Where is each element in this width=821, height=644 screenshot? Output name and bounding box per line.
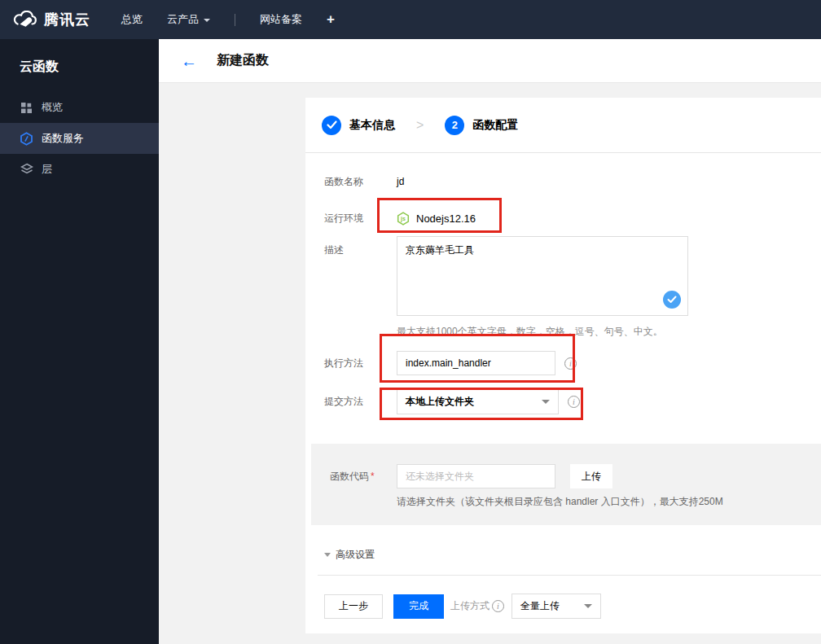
tencent-cloud-logo-icon — [13, 10, 37, 29]
page-title: 新建函数 — [217, 52, 269, 69]
advanced-settings-label: 高级设置 — [336, 548, 375, 562]
runtime-label: 运行环境 — [324, 212, 397, 226]
handler-input[interactable] — [397, 351, 555, 375]
description-field-wrap — [397, 236, 688, 316]
upload-mode-select[interactable]: 全量上传 — [511, 594, 601, 619]
sidebar-item-label: 函数服务 — [42, 131, 84, 146]
chevron-down-icon — [324, 553, 331, 557]
function-code-section: 函数代码* 上传 请选择文件夹（该文件夹根目录应包含 handler 入口文件）… — [311, 444, 821, 525]
topbar: 腾讯云 总览 云产品 网站备案 + — [0, 0, 821, 39]
page-header: ← 新建函数 — [159, 39, 821, 83]
finish-button[interactable]: 完成 — [393, 594, 444, 619]
form-row-submit-method: 提交方法 本地上传文件夹 i — [305, 389, 821, 414]
step-chevron-icon: > — [416, 118, 424, 133]
description-label: 描述 — [324, 236, 397, 257]
submit-method-select[interactable]: 本地上传文件夹 — [397, 389, 559, 414]
info-icon[interactable]: i — [568, 396, 580, 408]
brand[interactable]: 腾讯云 — [13, 10, 90, 29]
nav-add-button[interactable]: + — [327, 11, 335, 28]
form-row-description: 描述 — [305, 236, 821, 316]
brand-name: 腾讯云 — [44, 10, 90, 29]
name-label: 函数名称 — [324, 175, 397, 189]
back-arrow-icon[interactable]: ← — [181, 53, 197, 69]
function-hexagon-icon — [20, 132, 33, 146]
sidebar: 云函数 概览 函数服务 — [0, 39, 159, 644]
info-icon[interactable]: i — [564, 357, 577, 370]
valid-check-icon — [663, 291, 681, 309]
runtime-value: js Nodejs12.16 — [397, 212, 476, 226]
nav-overview[interactable]: 总览 — [121, 12, 143, 27]
nav-products[interactable]: 云产品 — [167, 12, 210, 27]
code-helper: 请选择文件夹（该文件夹根目录应包含 handler 入口文件），最大支持250M — [311, 495, 821, 509]
handler-label: 执行方法 — [324, 357, 397, 370]
code-folder-input[interactable] — [397, 464, 555, 488]
chevron-down-icon — [204, 19, 210, 22]
create-function-card: 基本信息 > 2 函数配置 函数名称 jd 运行环境 js N — [305, 98, 821, 633]
sidebar-item-layers[interactable]: 层 — [0, 154, 159, 185]
sidebar-item-label: 层 — [42, 162, 52, 177]
description-helper: 最大支持1000个英文字母，数字，空格，逗号、句号、中文。 — [397, 325, 663, 339]
sidebar-item-label: 概览 — [42, 100, 63, 115]
form-row-runtime: 运行环境 js Nodejs12.16 — [305, 200, 821, 236]
nodejs-icon: js — [397, 212, 410, 226]
nav-icp[interactable]: 网站备案 — [260, 12, 302, 27]
step2-number: 2 — [445, 116, 464, 135]
chevron-down-icon — [584, 604, 592, 608]
chevron-down-icon — [542, 400, 550, 404]
step-indicator: 基本信息 > 2 函数配置 — [305, 98, 821, 153]
runtime-text: Nodejs12.16 — [416, 212, 476, 225]
step1-label: 基本信息 — [349, 118, 395, 133]
svg-text:js: js — [400, 216, 406, 222]
grid-icon — [20, 101, 33, 115]
layers-icon — [20, 163, 33, 177]
topnav: 总览 云产品 网站备案 + — [121, 11, 335, 28]
divider — [318, 575, 821, 576]
form-row-name: 函数名称 jd — [305, 174, 821, 189]
step1-check-icon — [322, 116, 341, 135]
upload-mode-label: 上传方式 i — [450, 599, 504, 613]
sidebar-item-function-service[interactable]: 函数服务 — [0, 123, 159, 154]
form-row-handler: 执行方法 i — [305, 351, 821, 375]
description-textarea[interactable] — [397, 236, 688, 316]
upload-button[interactable]: 上传 — [570, 464, 612, 488]
previous-step-button[interactable]: 上一步 — [324, 594, 383, 619]
page: 腾讯云 总览 云产品 网站备案 + 云函数 概览 — [0, 0, 821, 644]
code-label: 函数代码* — [330, 470, 397, 484]
upload-mode-value: 全量上传 — [520, 599, 560, 613]
info-icon[interactable]: i — [492, 600, 504, 612]
sidebar-item-overview[interactable]: 概览 — [0, 92, 159, 123]
name-value: jd — [397, 176, 404, 187]
form-row-code: 函数代码* 上传 — [311, 464, 821, 488]
required-asterisk: * — [371, 471, 375, 482]
footer-actions: 上一步 完成 上传方式 i 全量上传 — [305, 594, 821, 619]
form-row-desc-helper: 最大支持1000个英文字母，数字，空格，逗号、句号、中文。 — [305, 326, 821, 337]
step2-label: 函数配置 — [472, 118, 518, 133]
submit-method-value: 本地上传文件夹 — [406, 395, 474, 409]
advanced-settings-toggle[interactable]: 高级设置 — [305, 548, 821, 562]
nav-divider — [235, 14, 235, 26]
submit-method-label: 提交方法 — [324, 395, 397, 409]
sidebar-title: 云函数 — [0, 39, 159, 92]
